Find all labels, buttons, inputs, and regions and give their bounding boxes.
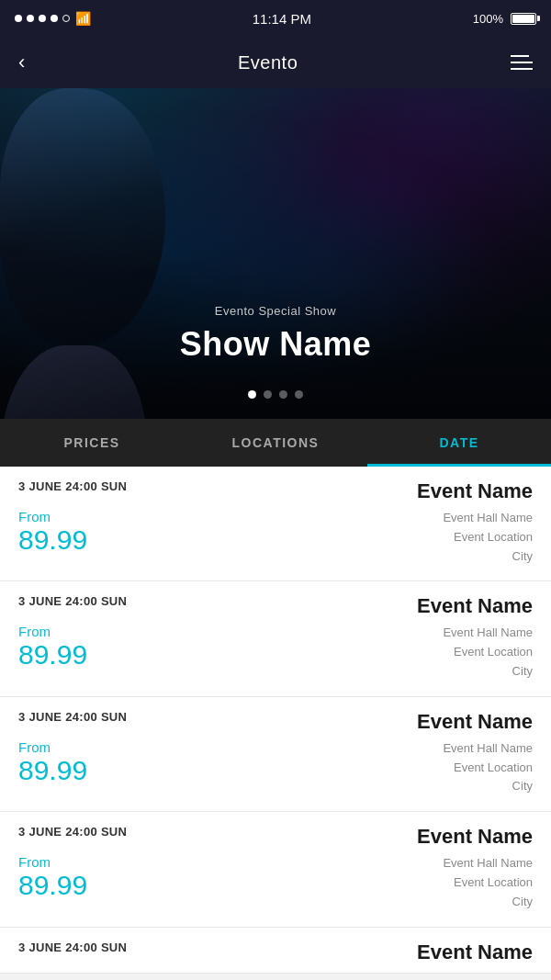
event-from-label: From [18, 739, 87, 755]
event-name: Event Name [417, 710, 533, 734]
event-item[interactable]: 3 JUNE 24:00 SUN Event Name From 89.99 E… [0, 467, 551, 581]
event-item[interactable]: 3 JUNE 24:00 SUN Event Name From 89.99 E… [0, 697, 551, 812]
event-price: 89.99 [18, 757, 87, 784]
hero-overlay [0, 88, 551, 419]
menu-line-3 [511, 68, 533, 70]
hero-dot-1[interactable] [248, 390, 256, 399]
signal-dot-5 [62, 15, 70, 22]
hero-dot-4[interactable] [295, 390, 303, 399]
navbar: ‹ Evento [0, 37, 551, 88]
event-row-top: 3 JUNE 24:00 SUN Event Name [18, 825, 533, 849]
hero-text: Evento Special Show Show Name [0, 304, 551, 364]
hero-dot-2[interactable] [264, 390, 272, 399]
hero-carousel-dots [0, 390, 551, 399]
event-location: Event Location [443, 873, 533, 893]
signal-dot-3 [39, 15, 46, 22]
event-item-partial[interactable]: 3 JUNE 24:00 SUN Event Name [0, 928, 551, 974]
event-row-bottom: From 89.99 Event Hall Name Event Locatio… [18, 624, 533, 681]
event-price-section: From 89.99 [18, 739, 87, 784]
menu-line-1 [511, 55, 529, 57]
signal-dot-2 [27, 15, 34, 22]
nav-title: Evento [238, 52, 298, 73]
status-right: 100% [473, 12, 536, 26]
event-list: 3 JUNE 24:00 SUN Event Name From 89.99 E… [0, 467, 551, 974]
event-city: City [443, 777, 533, 796]
event-hall-name: Event Hall Name [443, 509, 533, 528]
event-from-label: From [18, 624, 87, 639]
wifi-icon: 📶 [75, 11, 91, 26]
hero-title: Show Name [0, 325, 551, 364]
event-date: 3 JUNE 24:00 SUN [18, 479, 127, 493]
event-date: 3 JUNE 24:00 SUN [18, 825, 127, 839]
event-name: Event Name [417, 594, 533, 618]
battery-icon [509, 13, 536, 25]
event-price: 89.99 [18, 872, 87, 899]
event-date: 3 JUNE 24:00 SUN [18, 710, 127, 724]
hero-subtitle: Evento Special Show [0, 304, 551, 318]
event-hall-name: Event Hall Name [443, 739, 533, 759]
event-name: Event Name [417, 825, 533, 849]
event-item[interactable]: 3 JUNE 24:00 SUN Event Name From 89.99 E… [0, 812, 551, 927]
event-location-section: Event Hall Name Event Location City [443, 854, 533, 911]
event-date: 3 JUNE 24:00 SUN [18, 594, 127, 608]
event-row-top: 3 JUNE 24:00 SUN Event Name [18, 479, 533, 503]
battery-percent: 100% [473, 12, 503, 26]
signal-dot-4 [51, 15, 58, 22]
event-price-section: From 89.99 [18, 854, 87, 899]
event-city: City [443, 893, 533, 912]
event-row-top: 3 JUNE 24:00 SUN Event Name [18, 710, 533, 734]
menu-line-2 [511, 62, 533, 63]
event-name: Event Name [417, 941, 533, 964]
hero-section: Evento Special Show Show Name [0, 88, 551, 419]
signal-dots [15, 15, 70, 22]
event-location: Event Location [443, 528, 533, 547]
tab-prices[interactable]: PRICES [0, 419, 184, 467]
event-item[interactable]: 3 JUNE 24:00 SUN Event Name From 89.99 E… [0, 581, 551, 696]
event-price: 89.99 [18, 526, 87, 554]
event-price: 89.99 [18, 641, 87, 669]
tab-date[interactable]: DATE [367, 419, 551, 467]
status-left: 📶 [15, 11, 91, 26]
event-hall-name: Event Hall Name [443, 854, 533, 873]
menu-button[interactable] [511, 55, 533, 70]
tab-prices-label: PRICES [63, 435, 119, 450]
event-price-section: From 89.99 [18, 509, 87, 554]
tab-locations-label: LOCATIONS [232, 435, 320, 450]
event-city: City [443, 547, 533, 567]
event-hall-name: Event Hall Name [443, 624, 533, 643]
event-name: Event Name [417, 479, 533, 503]
event-date: 3 JUNE 24:00 SUN [18, 941, 127, 954]
tab-bar: PRICES LOCATIONS DATE [0, 419, 551, 467]
event-row-bottom: From 89.99 Event Hall Name Event Locatio… [18, 509, 533, 566]
event-row-bottom: From 89.99 Event Hall Name Event Locatio… [18, 739, 533, 796]
event-from-label: From [18, 854, 87, 870]
tab-date-label: DATE [439, 435, 478, 450]
event-city: City [443, 662, 533, 681]
status-time: 11:14 PM [253, 11, 311, 27]
back-button[interactable]: ‹ [18, 51, 25, 74]
hero-dot-3[interactable] [279, 390, 287, 399]
event-location-section: Event Hall Name Event Location City [443, 739, 533, 796]
signal-dot-1 [15, 15, 22, 22]
event-from-label: From [18, 509, 87, 524]
event-row-top: 3 JUNE 24:00 SUN Event Name [18, 941, 533, 964]
event-location-section: Event Hall Name Event Location City [443, 509, 533, 566]
event-price-section: From 89.99 [18, 624, 87, 669]
status-bar: 📶 11:14 PM 100% [0, 0, 551, 37]
event-location: Event Location [443, 759, 533, 778]
event-row-bottom: From 89.99 Event Hall Name Event Locatio… [18, 854, 533, 911]
event-location: Event Location [443, 643, 533, 662]
tab-locations[interactable]: LOCATIONS [184, 419, 367, 467]
event-row-top: 3 JUNE 24:00 SUN Event Name [18, 594, 533, 618]
event-location-section: Event Hall Name Event Location City [443, 624, 533, 681]
